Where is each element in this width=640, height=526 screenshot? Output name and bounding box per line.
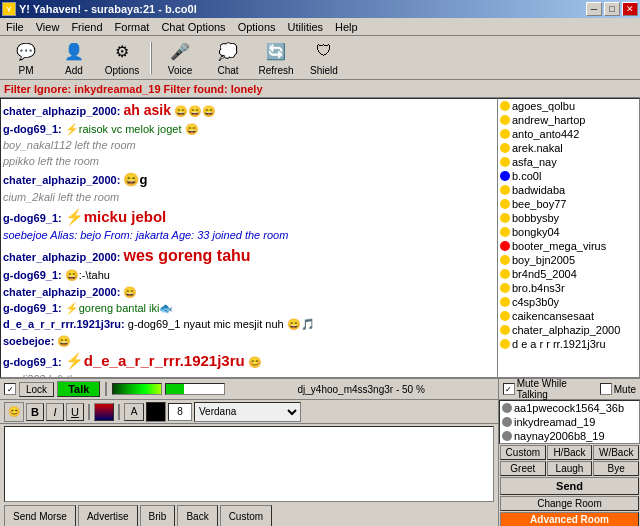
user-item[interactable]: booter_mega_virus [498, 239, 639, 253]
menu-utilities[interactable]: Utilities [282, 19, 329, 35]
brib-button[interactable]: Brib [140, 505, 176, 526]
bg-color-button[interactable]: A [124, 403, 144, 421]
msg-7: g-dog69_1: ⚡micku jebol [3, 206, 495, 227]
menu-help[interactable]: Help [329, 19, 364, 35]
talk-button[interactable]: Talk [57, 381, 100, 397]
menu-options[interactable]: Options [232, 19, 282, 35]
user-dot [500, 255, 510, 265]
refresh-button[interactable]: 🔄 Refresh [254, 39, 298, 77]
pm-label: PM [19, 65, 34, 76]
user-item[interactable]: agoes_qolbu [498, 99, 639, 113]
mute2-checkbox[interactable] [600, 383, 612, 395]
separator-1 [150, 42, 152, 74]
menu-chat-options[interactable]: Chat Options [155, 19, 231, 35]
user-item[interactable]: bro.b4ns3r [498, 281, 639, 295]
user-item[interactable]: arek.nakal [498, 141, 639, 155]
wback-button[interactable]: W/Back [593, 445, 639, 460]
mute2-label: Mute [614, 384, 636, 395]
lower-section: 😊 B I U A Verdana Arial Times New Roman … [0, 400, 640, 526]
action-row-right-4: Change Room [500, 496, 639, 511]
maximize-button[interactable]: □ [604, 2, 620, 16]
msg-11: chater_alphazip_2000: 😄 [3, 285, 495, 300]
lock-button[interactable]: Lock [19, 382, 54, 397]
user-item[interactable]: chater_alphazip_2000 [498, 323, 639, 337]
add-icon: 👤 [62, 39, 86, 63]
greet-button[interactable]: Greet [500, 461, 546, 476]
action-row-right-3: Send [500, 477, 639, 495]
menu-friend[interactable]: Friend [65, 19, 108, 35]
user-dot [502, 431, 512, 441]
font-select[interactable]: Verdana Arial Times New Roman [194, 402, 301, 422]
bold-button[interactable]: B [26, 403, 44, 421]
vol-bar [165, 383, 225, 395]
user-dot [500, 171, 510, 181]
advertise-button[interactable]: Advertise [78, 505, 138, 526]
lower-user-item[interactable]: aa1pwecock1564_36b [500, 401, 639, 415]
user-dot [502, 403, 512, 413]
user-item[interactable]: caikencansesaat [498, 309, 639, 323]
custom-button[interactable]: Custom [220, 505, 272, 526]
titlebar: Y Y! Yahaven! - surabaya:21 - b.co0l ─ □… [0, 0, 640, 18]
hback-button[interactable]: H/Back [547, 445, 593, 460]
custom2-button[interactable]: Custom [500, 445, 546, 460]
user-item[interactable]: badwidaba [498, 183, 639, 197]
mute-checkbox[interactable] [503, 383, 515, 395]
voice-icon: 🎤 [168, 39, 192, 63]
menu-format[interactable]: Format [109, 19, 156, 35]
voice-button[interactable]: 🎤 Voice [158, 39, 202, 77]
user-item[interactable]: bee_boy77 [498, 197, 639, 211]
underline-button[interactable]: U [66, 403, 84, 421]
minimize-button[interactable]: ─ [586, 2, 602, 16]
italic-button[interactable]: I [46, 403, 64, 421]
shield-button[interactable]: 🛡 Shield [302, 39, 346, 77]
msg-2: g-dog69_1: ⚡raisok vc melok joget 😄 [3, 122, 495, 137]
msg-13: d_e_a_r_r_rrr.1921j3ru: g-dog69_1 nyaut … [3, 317, 495, 332]
advanced-room-button[interactable]: Advanced Room [500, 512, 639, 526]
chat-icon: 💭 [216, 39, 240, 63]
user-item[interactable]: andrew_hartop [498, 113, 639, 127]
right-actions: Custom H/Back W/Back Greet Laugh Bye Sen… [499, 444, 640, 526]
menu-view[interactable]: View [30, 19, 66, 35]
lower-user-item[interactable]: naynay2006b8_19 [500, 429, 639, 443]
options-button[interactable]: ⚙ Options [100, 39, 144, 77]
msg-14: soebejoe: 😄 [3, 334, 495, 349]
voice-label: Voice [168, 65, 192, 76]
separator [105, 382, 107, 396]
user-item[interactable]: bongky04 [498, 225, 639, 239]
user-item[interactable]: bobbysby [498, 211, 639, 225]
user-item[interactable]: anto_anto442 [498, 127, 639, 141]
user-item[interactable]: c4sp3b0y [498, 295, 639, 309]
mute-controls: Mute While Talking Mute [498, 378, 640, 400]
msg-12: g-dog69_1: ⚡goreng bantal iki🐟 [3, 301, 495, 316]
shield-label: Shield [310, 65, 338, 76]
user-item[interactable]: boy_bjn2005 [498, 253, 639, 267]
user-dot [500, 311, 510, 321]
font-size-input[interactable] [168, 403, 192, 421]
close-button[interactable]: ✕ [622, 2, 638, 16]
send-button[interactable]: Send [500, 477, 639, 495]
user-dot [500, 101, 510, 111]
menu-file[interactable]: File [0, 19, 30, 35]
send-morse-button[interactable]: Send Morse [4, 505, 76, 526]
add-button[interactable]: 👤 Add [52, 39, 96, 77]
color-button[interactable] [94, 403, 114, 421]
chat-input[interactable] [5, 427, 493, 501]
change-room-button[interactable]: Change Room [500, 496, 639, 511]
user-item[interactable]: asfa_nay [498, 155, 639, 169]
refresh-label: Refresh [258, 65, 293, 76]
chat-button[interactable]: 💭 Chat [206, 39, 250, 77]
back-button[interactable]: Back [177, 505, 217, 526]
user-dot [500, 143, 510, 153]
user-item-self[interactable]: b.co0l [498, 169, 639, 183]
bye-button[interactable]: Bye [593, 461, 639, 476]
action-row-right-2: Greet Laugh Bye [500, 461, 639, 476]
pm-button[interactable]: 💬 PM [4, 39, 48, 77]
lower-user-item[interactable]: inkydreamad_19 [500, 415, 639, 429]
smiley-button[interactable]: 😊 [4, 402, 24, 422]
color-swatch[interactable] [146, 402, 166, 422]
user-item[interactable]: br4nd5_2004 [498, 267, 639, 281]
user-dot [500, 283, 510, 293]
laugh-button[interactable]: Laugh [547, 461, 593, 476]
user-item[interactable]: d e a r r rr.1921j3ru [498, 337, 639, 351]
lock-checkbox[interactable] [4, 383, 16, 395]
